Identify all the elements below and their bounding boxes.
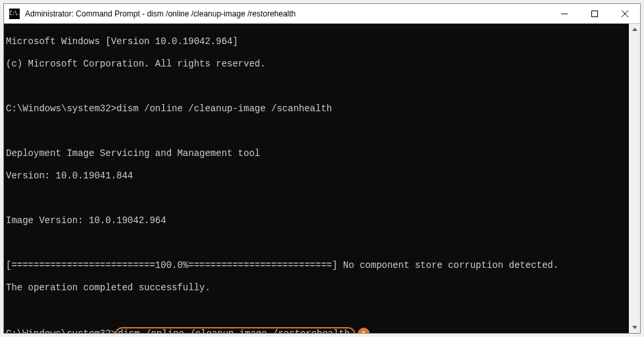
scrollbar[interactable] [629,24,640,333]
scrollbar-track[interactable] [629,35,640,322]
maximize-button[interactable] [580,4,610,23]
output-line: (c) Microsoft Corporation. All rights re… [6,59,639,70]
minimize-button[interactable] [549,4,580,23]
blank-line [6,126,639,137]
command-line: C:\Windows\system32>dism /online /cleanu… [6,103,639,115]
svg-rect-1 [592,11,598,16]
blank-line [6,81,639,92]
command-prompt-window: C:\. Administrator: Command Prompt - dis… [3,3,641,334]
titlebar[interactable]: C:\. Administrator: Command Prompt - dis… [4,4,640,24]
output-line: Image Version: 10.0.19042.964 [6,215,639,226]
window-title: Administrator: Command Prompt - dism /on… [25,9,549,18]
svg-marker-4 [632,28,637,31]
scroll-up-button[interactable] [629,24,640,35]
svg-marker-5 [632,326,637,329]
blank-line [6,305,639,316]
scroll-down-button[interactable] [629,322,640,333]
output-line: Deployment Image Servicing and Managemen… [6,148,639,159]
output-line: The operation completed successfully. [6,282,639,294]
command-line-highlighted: C:\Windows\system32>dism /online /cleanu… [6,327,639,333]
output-line: Microsoft Windows [Version 10.0.19042.96… [6,36,639,47]
annotation-badge: 1 [358,328,370,333]
prompt: C:\Windows\system32> [6,328,116,333]
command-text: dism /online /cleanup-image /scanhealth [116,103,332,114]
prompt: C:\Windows\system32> [6,103,116,114]
highlighted-command: dism /online /cleanup-image /restoreheal… [115,327,355,333]
cmd-icon: C:\. [9,9,20,19]
window-controls [549,4,640,23]
progress-line: [==========================100.0%=======… [6,260,639,271]
blank-line [6,193,639,204]
output-line: Version: 10.0.19041.844 [6,170,639,182]
blank-line [6,238,639,249]
close-button[interactable] [610,4,640,23]
terminal-output[interactable]: Microsoft Windows [Version 10.0.19042.96… [4,24,640,333]
